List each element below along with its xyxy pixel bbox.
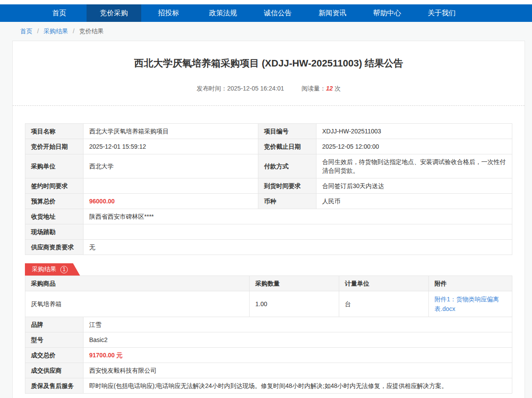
sign-time-value (83, 178, 258, 194)
table-header-row: 采购商品 采购数量 计量单位 附件 (25, 276, 512, 291)
table-row: 采购单位 西北大学 付款方式 合同生效后，待货物到达指定地点、安装调试验收合格后… (25, 154, 512, 178)
sign-time-label: 签约时间要求 (25, 178, 83, 194)
qualification-value: 无 (83, 240, 512, 255)
unit-column-header: 计量单位 (339, 276, 429, 291)
address-label: 收货地址 (25, 209, 83, 224)
table-row: 质保及售后服务 即时响应(包括电话响应);电话响应无法解决24小时内到达现场。修… (25, 378, 512, 394)
breadcrumb-current: 竞价结果 (79, 28, 104, 35)
table-row: 型号 Basic2 (25, 332, 512, 348)
site-survey-value (83, 224, 512, 240)
views-unit: 次 (334, 85, 341, 92)
table-row: 竞价开始日期 2025-12-01 15:59:12 竞价截止日期 2025-1… (25, 139, 512, 154)
budget-label: 预算总价 (25, 194, 83, 209)
attachment-column-header: 附件 (429, 276, 512, 291)
nav-item-bidding-procurement[interactable]: 竞价采购 (87, 4, 141, 22)
after-sales-label: 质保及售后服务 (25, 378, 83, 394)
result-tab-label: 采购结果 (32, 265, 56, 273)
product-value: 厌氧培养箱 (25, 291, 250, 317)
page-title: 西北大学厌氧培养箱采购项目 (XDJJ-HW-202511003) 结果公告 (13, 57, 525, 70)
table-row: 供应商资质要求 无 (25, 240, 512, 255)
content-card: 西北大学厌氧培养箱采购项目 (XDJJ-HW-202511003) 结果公告 发… (12, 41, 525, 398)
model-label: 型号 (25, 332, 83, 348)
currency-label: 币种 (258, 194, 316, 209)
quantity-column-header: 采购数量 (250, 276, 339, 291)
project-info-table: 项目名称 西北大学厌氧培养箱采购项目 项目编号 XDJJ-HW-20251100… (25, 123, 512, 255)
nav-item-policies[interactable]: 政策法规 (196, 4, 250, 22)
deal-price-label: 成交总价 (25, 348, 83, 363)
result-table: 采购商品 采购数量 计量单位 附件 厌氧培养箱 1.00 台 附件1：货物类响应… (25, 276, 512, 317)
table-row: 厌氧培养箱 1.00 台 附件1：货物类响应偏离表.docx (25, 291, 512, 317)
result-count-badge: 1 (60, 266, 68, 273)
project-name-label: 项目名称 (25, 124, 83, 139)
breadcrumb-separator: / (37, 28, 39, 35)
supplier-value: 西安悦友毅科技有限公司 (83, 363, 512, 378)
breadcrumb: 首页 / 采购结果 / 竞价结果 (0, 22, 532, 41)
bid-start-value: 2025-12-01 15:59:12 (83, 139, 258, 154)
table-row: 成交总价 91700.00 元 (25, 348, 512, 363)
model-value: Basic2 (83, 332, 512, 348)
breadcrumb-home-link[interactable]: 首页 (20, 28, 32, 35)
nav-item-about-us[interactable]: 关于我们 (414, 4, 469, 22)
result-section-tab: 采购结果 1 (25, 263, 80, 276)
currency-value: 人民币 (316, 194, 512, 209)
views-label: 阅读量： (302, 85, 326, 92)
publish-time-value: 2025-12-05 16:24:01 (227, 85, 284, 92)
buyer-label: 采购单位 (25, 154, 83, 178)
card-body: 项目名称 西北大学厌氧培养箱采购项目 项目编号 XDJJ-HW-20251100… (13, 123, 525, 394)
views-count: 12 (326, 85, 333, 92)
nav-item-help-center[interactable]: 帮助中心 (360, 4, 414, 22)
table-row: 收货地址 陕西省西安市碑林区**** (25, 209, 512, 224)
dashed-divider (13, 105, 525, 106)
site-survey-label: 现场踏勘 (25, 224, 83, 240)
deal-price-value: 91700.00 元 (83, 348, 512, 363)
product-column-header: 采购商品 (25, 276, 250, 291)
table-row: 成交供应商 西安悦友毅科技有限公司 (25, 363, 512, 378)
budget-value: 96000.00 (83, 194, 258, 209)
bid-end-label: 竞价截止日期 (258, 139, 316, 154)
delivery-time-label: 到货时间要求 (258, 178, 316, 194)
quantity-value: 1.00 (250, 291, 339, 317)
table-row: 现场踏勘 (25, 224, 512, 240)
delivery-time-value: 合同签订后30天内送达 (316, 178, 512, 194)
table-row: 品牌 江雪 (25, 317, 512, 332)
payment-value: 合同生效后，待货物到达指定地点、安装调试验收合格后，一次性付清合同货款。 (316, 154, 512, 178)
brand-value: 江雪 (83, 317, 512, 332)
project-name-value: 西北大学厌氧培养箱采购项目 (83, 124, 258, 139)
after-sales-value: 即时响应(包括电话响应);电话响应无法解决24小时内到达现场。修复时间48小时内… (83, 378, 512, 394)
top-strip (0, 0, 532, 4)
brand-label: 品牌 (25, 317, 83, 332)
attachment-link[interactable]: 附件1：货物类响应偏离表.docx (435, 296, 499, 312)
deal-detail-table: 品牌 江雪 型号 Basic2 成交总价 91700.00 元 成交供应商 西安… (25, 317, 512, 394)
main-nav: 首页 竞价采购 招投标 政策法规 诚信公告 新闻资讯 帮助中心 关于我们 (0, 4, 532, 22)
nav-items: 首页 竞价采购 招投标 政策法规 诚信公告 新闻资讯 帮助中心 关于我们 (32, 4, 532, 22)
bid-start-label: 竞价开始日期 (25, 139, 83, 154)
breadcrumb-separator: / (73, 28, 75, 35)
breadcrumb-section-link[interactable]: 采购结果 (44, 28, 68, 35)
unit-value: 台 (339, 291, 429, 317)
table-row: 预算总价 96000.00 币种 人民币 (25, 194, 512, 209)
buyer-value: 西北大学 (83, 154, 258, 178)
project-no-label: 项目编号 (258, 124, 316, 139)
article-meta: 发布时间：2025-12-05 16:24:01阅读量：12次 (13, 84, 525, 93)
publish-time-label: 发布时间： (197, 85, 227, 92)
nav-item-tendering[interactable]: 招投标 (141, 4, 196, 22)
payment-label: 付款方式 (258, 154, 316, 178)
address-value: 陕西省西安市碑林区**** (83, 209, 512, 224)
bid-end-value: 2025-12-05 12:00:00 (316, 139, 512, 154)
qualification-label: 供应商资质要求 (25, 240, 83, 255)
nav-item-integrity-notices[interactable]: 诚信公告 (250, 4, 305, 22)
nav-item-home[interactable]: 首页 (32, 4, 87, 22)
project-no-value: XDJJ-HW-202511003 (316, 124, 512, 139)
table-row: 项目名称 西北大学厌氧培养箱采购项目 项目编号 XDJJ-HW-20251100… (25, 124, 512, 139)
table-row: 签约时间要求 到货时间要求 合同签订后30天内送达 (25, 178, 512, 194)
supplier-label: 成交供应商 (25, 363, 83, 378)
nav-item-news[interactable]: 新闻资讯 (305, 4, 360, 22)
